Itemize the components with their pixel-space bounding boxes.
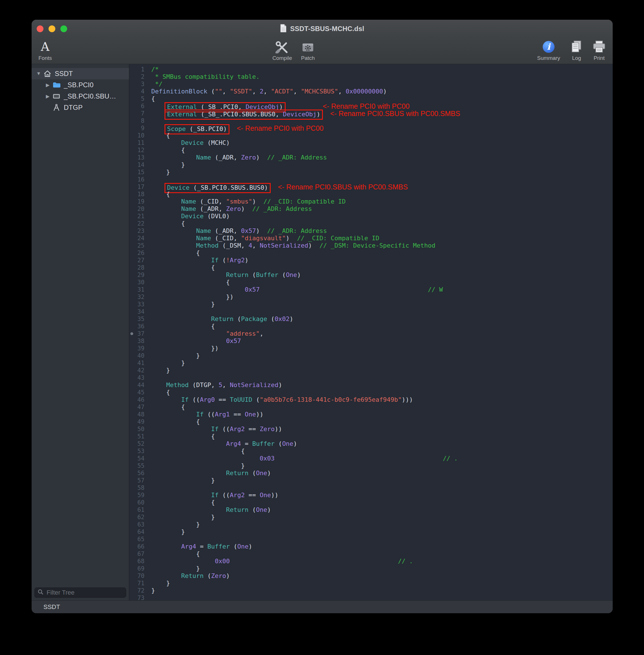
code-line[interactable]: Return (Zero)	[151, 572, 613, 580]
disclosure-expanded-icon[interactable]: ▼	[35, 71, 42, 76]
code-line[interactable]: {	[151, 433, 613, 440]
code-line[interactable]: Device (MCHC)	[151, 139, 613, 146]
line-number: 13	[129, 154, 144, 161]
code-line[interactable]: }	[151, 587, 613, 594]
code-line[interactable]: {	[151, 220, 613, 227]
code-line[interactable]: Name (_CID, "smbus") // _CID: Compatible…	[151, 198, 613, 205]
print-button[interactable]: Print	[579, 39, 613, 61]
code-line[interactable]: {	[151, 249, 613, 257]
code-line[interactable]: Name (_CID, "diagsvault") // _CID: Compa…	[151, 234, 613, 242]
line-number: 44	[129, 381, 144, 389]
line-number: 34	[129, 308, 144, 315]
code-line[interactable]: }	[151, 301, 613, 308]
code-line[interactable]: Arg4 = Buffer (One)	[151, 543, 613, 550]
code-line[interactable]: Scope (_SB.PCI0)<- Rename PCI0 with PC00	[151, 125, 613, 132]
zoom-button[interactable]	[61, 25, 67, 32]
code-line[interactable]: If ((Arg0 == ToUUID ("a0b5b7c6-1318-441c…	[151, 396, 613, 403]
fonts-icon: A	[41, 41, 49, 53]
code-line[interactable]: Return (Buffer (One)	[151, 271, 613, 279]
line-number: 2	[129, 73, 144, 81]
code-line[interactable]: }	[151, 367, 613, 374]
code-line[interactable]: Name (_ADR, Zero) // _ADR: Address	[151, 205, 613, 212]
code-line[interactable]: Method (DTGP, 5, NotSerialized)	[151, 381, 613, 389]
disclosure-collapsed-icon[interactable]: ▶	[44, 82, 51, 88]
code-line[interactable]: })	[151, 345, 613, 352]
code-line[interactable]: Name (_ADR, Zero) // _ADR: Address	[151, 154, 613, 161]
code-line[interactable]: }	[151, 352, 613, 359]
fonts-button[interactable]: A Fonts	[31, 39, 65, 61]
code-line[interactable]: {	[151, 264, 613, 271]
code-line[interactable]: {	[151, 418, 613, 426]
code-line[interactable]	[151, 374, 613, 381]
maciasl-window: SSDT-SBUS-MCHC.dsl A Fonts Compile	[31, 20, 613, 613]
line-number: 28	[129, 264, 144, 271]
code-line[interactable]	[151, 308, 613, 315]
code-line[interactable]: }	[151, 462, 613, 470]
code-line[interactable]: Return (One)	[151, 506, 613, 514]
code-line[interactable]: {	[151, 499, 613, 506]
code-line[interactable]: 0x00 // .	[151, 558, 613, 565]
code-line[interactable]: DefinitionBlock ("", "SSDT", 2, "ACDT", …	[151, 88, 613, 95]
code-editor[interactable]: 1234567891011121314151617181920212223242…	[129, 64, 613, 601]
code-line[interactable]: }	[151, 359, 613, 367]
code-line[interactable]: If (!Arg2)	[151, 257, 613, 264]
code-line[interactable]	[151, 536, 613, 543]
code-line[interactable]	[151, 594, 613, 601]
code-line[interactable]: })	[151, 293, 613, 301]
filter-tree-field[interactable]	[34, 588, 126, 598]
code-line[interactable]: }	[151, 521, 613, 528]
code-line[interactable]: {	[151, 403, 613, 411]
code-line[interactable]: 0x57	[151, 337, 613, 345]
code-line[interactable]: /*	[151, 66, 613, 73]
code-line[interactable]: Return (One)	[151, 470, 613, 477]
code-line[interactable]: 0x57 // W	[151, 286, 613, 293]
filter-tree-input[interactable]	[46, 589, 123, 596]
code-line[interactable]: {	[151, 448, 613, 455]
sidebar-item-sb-pci0[interactable]: ▶ _SB.PCI0	[31, 79, 129, 91]
sidebar-item-sb-pci0-sbus[interactable]: ▶ _SB.PCI0.SBU…	[31, 91, 129, 102]
sidebar-item-ssdt[interactable]: ▼ SSDT	[31, 68, 129, 79]
code-line[interactable]: }	[151, 514, 613, 521]
code-line[interactable]: Device (DVL0)	[151, 212, 613, 220]
code-line[interactable]: Arg4 = Buffer (One)	[151, 440, 613, 448]
code-line[interactable]	[151, 484, 613, 492]
close-button[interactable]	[37, 25, 43, 32]
code-line[interactable]: {	[151, 95, 613, 103]
code-line[interactable]: */	[151, 81, 613, 88]
code-line[interactable]: Name (_ADR, 0x57) // _ADR: Address	[151, 227, 613, 234]
code-lines[interactable]: /* * SMBus compatibility table. */Defini…	[147, 66, 613, 601]
code-line[interactable]: }	[151, 477, 613, 484]
line-number: 21	[129, 212, 144, 220]
code-line[interactable]: If ((Arg2 == One))	[151, 492, 613, 499]
code-line[interactable]: External (_SB_.PCI0, DeviceObj) <- Renam…	[151, 103, 613, 110]
code-line[interactable]: {	[151, 146, 613, 154]
disclosure-collapsed-icon[interactable]: ▶	[44, 93, 51, 99]
code-line[interactable]: 0x03 // .	[151, 455, 613, 462]
code-line[interactable]: {	[151, 323, 613, 330]
rename-annotation: <- Rename PCI0 with PC00	[237, 124, 324, 132]
code-line[interactable]: }	[151, 580, 613, 587]
code-line[interactable]	[151, 176, 613, 183]
code-line[interactable]: {	[151, 389, 613, 396]
code-line[interactable]: "address",	[151, 330, 613, 337]
code-line[interactable]: }	[151, 565, 613, 572]
sidebar-item-dtgp[interactable]: DTGP	[31, 102, 129, 113]
code-line[interactable]: If ((Arg1 == One))	[151, 411, 613, 418]
code-line[interactable]: If ((Arg2 == Zero))	[151, 426, 613, 433]
line-number: 31	[129, 286, 144, 293]
line-number: 57	[129, 477, 144, 484]
patch-button[interactable]: Patch	[288, 39, 328, 61]
code-line[interactable]: }	[151, 161, 613, 168]
minimize-button[interactable]	[49, 25, 55, 32]
code-line[interactable]: {	[151, 279, 613, 286]
code-line[interactable]: * SMBus compatibility table.	[151, 73, 613, 81]
code-line[interactable]: Method (_DSM, 4, NotSerialized) // _DSM:…	[151, 242, 613, 249]
code-line[interactable]: }	[151, 168, 613, 176]
code-line[interactable]: External (_SB_.PCI0.SBUS.BUS0, DeviceObj…	[151, 110, 613, 117]
home-icon	[42, 70, 52, 77]
code-line[interactable]: Device (_SB.PCI0.SBUS.BUS0)<- Rename PCI…	[151, 183, 613, 190]
line-number: 16	[129, 176, 144, 183]
code-line[interactable]: {	[151, 550, 613, 558]
code-line[interactable]: Return (Package (0x02)	[151, 315, 613, 323]
code-line[interactable]: }	[151, 528, 613, 536]
